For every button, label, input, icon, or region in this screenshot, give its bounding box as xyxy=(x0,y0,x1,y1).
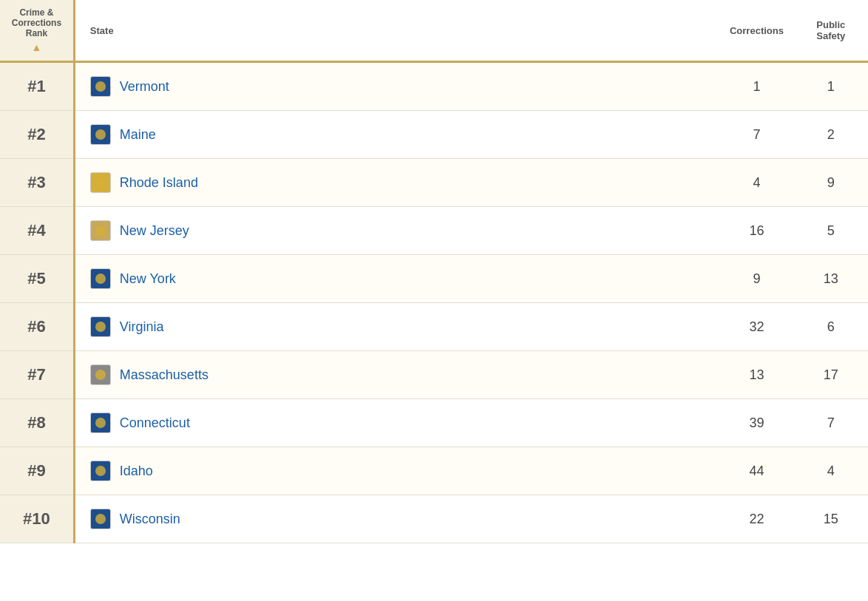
rank-cell: #10 xyxy=(0,495,74,543)
corrections-cell: 32 xyxy=(719,303,793,351)
table-row: #5New York913 xyxy=(0,255,868,303)
rank-cell: #3 xyxy=(0,159,74,207)
state-flag xyxy=(90,461,111,481)
state-cell: New York xyxy=(74,255,719,303)
state-name[interactable]: Rhode Island xyxy=(120,175,198,191)
state-flag xyxy=(90,76,111,97)
rank-cell: #6 xyxy=(0,303,74,351)
rank-cell: #5 xyxy=(0,255,74,303)
state-column-header: State xyxy=(74,0,719,62)
rankings-table: Crime & Corrections Rank ▲ State Correct… xyxy=(0,0,868,543)
state-cell: Maine xyxy=(74,111,719,159)
safety-cell: 13 xyxy=(794,255,868,303)
state-cell: Idaho xyxy=(74,447,719,495)
state-flag xyxy=(90,268,111,289)
table-row: #9Idaho444 xyxy=(0,447,868,495)
table-row: #10Wisconsin2215 xyxy=(0,495,868,543)
rank-cell: #9 xyxy=(0,447,74,495)
state-name[interactable]: Vermont xyxy=(120,79,169,95)
corrections-cell: 39 xyxy=(719,399,793,447)
state-flag xyxy=(90,364,111,385)
table-row: #8Connecticut397 xyxy=(0,399,868,447)
state-cell: Rhode Island xyxy=(74,159,719,207)
rank-cell: #8 xyxy=(0,399,74,447)
state-name[interactable]: Massachusetts xyxy=(120,367,208,383)
state-name[interactable]: Maine xyxy=(120,127,156,143)
corrections-cell: 4 xyxy=(719,159,793,207)
table-row: #4New Jersey165 xyxy=(0,207,868,255)
table-row: #7Massachusetts1317 xyxy=(0,351,868,399)
table-row: #3Rhode Island49 xyxy=(0,159,868,207)
safety-cell: 17 xyxy=(794,351,868,399)
safety-cell: 15 xyxy=(794,495,868,543)
rank-cell: #4 xyxy=(0,207,74,255)
state-cell: Connecticut xyxy=(74,399,719,447)
rank-header-label: Crime & Corrections Rank xyxy=(12,7,61,38)
safety-column-header[interactable]: Public Safety xyxy=(794,0,868,62)
state-cell: Massachusetts xyxy=(74,351,719,399)
table-row: #2Maine72 xyxy=(0,111,868,159)
table-header-row: Crime & Corrections Rank ▲ State Correct… xyxy=(0,0,868,62)
corrections-cell: 13 xyxy=(719,351,793,399)
state-cell: Vermont xyxy=(74,62,719,111)
state-name[interactable]: Connecticut xyxy=(120,415,190,431)
state-flag xyxy=(90,220,111,241)
corrections-cell: 22 xyxy=(719,495,793,543)
sort-arrow-icon[interactable]: ▲ xyxy=(9,41,64,53)
corrections-cell: 44 xyxy=(719,447,793,495)
safety-cell: 7 xyxy=(794,399,868,447)
corrections-column-header[interactable]: Corrections xyxy=(719,0,793,62)
corrections-cell: 9 xyxy=(719,255,793,303)
safety-cell: 5 xyxy=(794,207,868,255)
state-name[interactable]: New Jersey xyxy=(120,223,189,239)
safety-cell: 4 xyxy=(794,447,868,495)
rank-cell: #7 xyxy=(0,351,74,399)
rank-column-header[interactable]: Crime & Corrections Rank ▲ xyxy=(0,0,74,62)
state-cell: New Jersey xyxy=(74,207,719,255)
state-name[interactable]: New York xyxy=(120,271,176,287)
table-row: #1Vermont11 xyxy=(0,62,868,111)
rank-cell: #2 xyxy=(0,111,74,159)
state-name[interactable]: Virginia xyxy=(120,319,164,335)
rank-cell: #1 xyxy=(0,62,74,111)
state-flag xyxy=(90,509,111,529)
state-flag xyxy=(90,172,111,193)
state-cell: Wisconsin xyxy=(74,495,719,543)
table-row: #6Virginia326 xyxy=(0,303,868,351)
safety-cell: 9 xyxy=(794,159,868,207)
state-name[interactable]: Wisconsin xyxy=(120,512,180,527)
safety-cell: 1 xyxy=(794,62,868,111)
state-flag xyxy=(90,316,111,337)
rankings-table-container: Crime & Corrections Rank ▲ State Correct… xyxy=(0,0,868,543)
state-flag xyxy=(90,124,111,145)
safety-cell: 6 xyxy=(794,303,868,351)
safety-cell: 2 xyxy=(794,111,868,159)
corrections-cell: 1 xyxy=(719,62,793,111)
corrections-cell: 16 xyxy=(719,207,793,255)
state-name[interactable]: Idaho xyxy=(120,464,153,479)
state-flag xyxy=(90,412,111,433)
corrections-cell: 7 xyxy=(719,111,793,159)
state-cell: Virginia xyxy=(74,303,719,351)
